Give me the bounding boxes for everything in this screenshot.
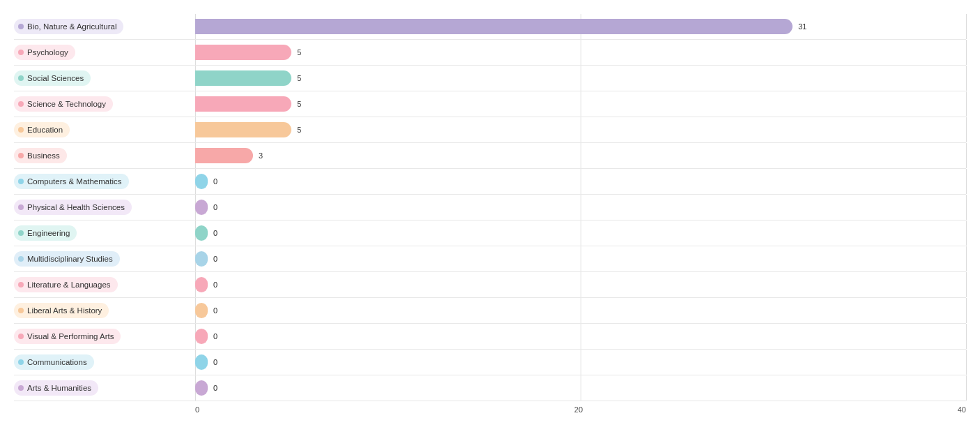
bar-value-label: 0 (213, 255, 217, 263)
bar-value-label: 0 (213, 177, 217, 186)
row-bar-area: 5 (195, 117, 966, 142)
bar-value-label: 5 (297, 126, 301, 134)
bar-label: Communications (27, 358, 87, 366)
row-bar-area: 0 (195, 195, 966, 220)
data-bar-zero (195, 225, 208, 241)
table-row: Education5 (14, 117, 966, 143)
pill-dot (18, 127, 24, 133)
row-label-area: Visual & Performing Arts (14, 324, 195, 349)
data-bar-zero (195, 354, 208, 370)
label-pill: Liberal Arts & History (14, 303, 109, 318)
bar-value-label: 3 (259, 151, 263, 160)
bar-value-label: 0 (213, 229, 217, 237)
bar-label: Liberal Arts & History (27, 306, 102, 315)
x-axis-label: 0 (195, 405, 199, 414)
label-pill: Multidisciplinary Studies (14, 251, 120, 267)
table-row: Engineering0 (14, 221, 966, 246)
pill-dot (18, 308, 24, 313)
bar-value-label: 31 (798, 22, 806, 31)
label-pill: Science & Technology (14, 96, 113, 112)
table-row: Arts & Humanities0 (14, 375, 966, 401)
bar-label: Psychology (27, 48, 68, 57)
label-pill: Literature & Languages (14, 277, 118, 292)
row-bar-area: 5 (195, 66, 966, 91)
row-label-area: Psychology (14, 40, 195, 65)
label-pill: Education (14, 122, 70, 137)
row-label-area: Education (14, 117, 195, 142)
bar-value-label: 0 (213, 332, 217, 341)
bar-label: Literature & Languages (27, 281, 111, 289)
row-label-area: Science & Technology (14, 91, 195, 117)
row-bar-area: 0 (195, 298, 966, 323)
pill-dot (18, 230, 24, 236)
bar-value-label: 0 (213, 203, 217, 211)
row-label-area: Liberal Arts & History (14, 298, 195, 323)
bar-label: Social Sciences (27, 74, 84, 82)
label-pill: Arts & Humanities (14, 380, 98, 396)
bar-value-label: 5 (297, 100, 301, 108)
pill-dot (18, 179, 24, 184)
chart-body: Bio, Nature & Agricultural31Psychology5S… (14, 14, 966, 401)
bar-label: Bio, Nature & Agricultural (27, 22, 116, 31)
pill-dot (18, 75, 24, 81)
table-row: Bio, Nature & Agricultural31 (14, 14, 966, 40)
bar-value-label: 0 (213, 384, 217, 392)
row-bar-area: 0 (195, 272, 966, 297)
table-row: Social Sciences5 (14, 66, 966, 91)
row-bar-area: 0 (195, 375, 966, 401)
table-row: Psychology5 (14, 40, 966, 66)
label-pill: Psychology (14, 45, 75, 60)
bar-label: Education (27, 126, 63, 134)
bar-label: Multidisciplinary Studies (27, 255, 113, 263)
bar-value-label: 5 (297, 48, 301, 57)
data-bar (195, 148, 253, 163)
bar-value-label: 5 (297, 74, 301, 82)
row-bar-area: 0 (195, 246, 966, 271)
bar-label: Science & Technology (27, 100, 106, 108)
table-row: Liberal Arts & History0 (14, 298, 966, 324)
row-bar-area: 0 (195, 324, 966, 349)
x-axis-row: 02040 (14, 405, 966, 414)
label-pill: Bio, Nature & Agricultural (14, 19, 123, 34)
label-pill: Visual & Performing Arts (14, 329, 121, 344)
bar-label: Engineering (27, 229, 70, 237)
bar-label: Computers & Mathematics (27, 177, 122, 186)
row-bar-area: 0 (195, 169, 966, 194)
row-label-area: Multidisciplinary Studies (14, 246, 195, 271)
row-bar-area: 0 (195, 221, 966, 246)
x-axis-spacer (14, 405, 195, 414)
data-bar (195, 45, 291, 60)
row-label-area: Arts & Humanities (14, 375, 195, 401)
label-pill: Social Sciences (14, 70, 91, 86)
data-bar (195, 70, 291, 86)
bar-value-label: 0 (213, 281, 217, 289)
data-bar-zero (195, 174, 208, 189)
x-axis-labels: 02040 (195, 405, 966, 414)
x-axis-label: 40 (958, 405, 966, 414)
pill-dot (18, 256, 24, 262)
table-row: Communications0 (14, 350, 966, 375)
pill-dot (18, 359, 24, 365)
x-axis-label: 20 (574, 405, 583, 414)
row-label-area: Communications (14, 350, 195, 375)
label-pill: Communications (14, 354, 94, 370)
pill-dot (18, 334, 24, 339)
data-bar (195, 122, 291, 137)
row-label-area: Engineering (14, 221, 195, 246)
row-label-area: Social Sciences (14, 66, 195, 91)
data-bar-zero (195, 380, 208, 396)
row-label-area: Physical & Health Sciences (14, 195, 195, 220)
data-bar-zero (195, 251, 208, 267)
table-row: Computers & Mathematics0 (14, 169, 966, 195)
pill-dot (18, 282, 24, 287)
pill-dot (18, 50, 24, 55)
label-pill: Engineering (14, 225, 77, 241)
row-bar-area: 3 (195, 143, 966, 168)
pill-dot (18, 204, 24, 210)
pill-dot (18, 24, 24, 29)
row-label-area: Bio, Nature & Agricultural (14, 14, 195, 39)
data-bar-zero (195, 303, 208, 318)
table-row: Visual & Performing Arts0 (14, 324, 966, 350)
row-bar-area: 31 (195, 14, 966, 39)
table-row: Physical & Health Sciences0 (14, 195, 966, 221)
